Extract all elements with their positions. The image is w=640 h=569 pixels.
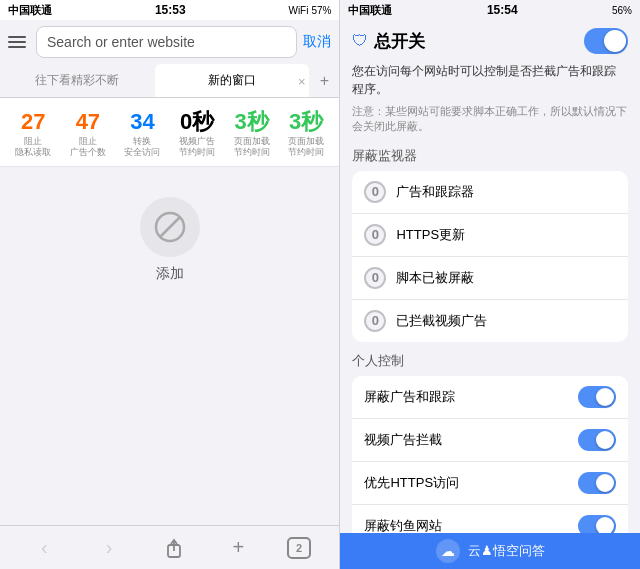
stat-item-3: 0秒 视频广告节约时间 (172, 110, 223, 158)
stat-label-1: 阻止广告个数 (70, 136, 106, 158)
stat-number-5: 3秒 (289, 110, 323, 134)
stat-item-2: 34 转换安全访问 (117, 110, 168, 158)
carrier-right: 中国联通 (348, 3, 392, 18)
add-label: 添加 (156, 265, 184, 283)
stat-label-0: 阻止隐私读取 (15, 136, 51, 158)
add-site-icon[interactable] (140, 197, 200, 257)
control-label-2: 优先HTTPS访问 (364, 474, 578, 492)
blocker-label-3: 已拦截视频广告 (396, 312, 487, 330)
shield-icon: 🛡 (352, 32, 368, 50)
stat-item-1: 47 阻止广告个数 (63, 110, 114, 158)
plus-icon: + (233, 536, 245, 559)
blocker-count-2: 0 (364, 267, 386, 289)
new-page-button[interactable]: + (222, 532, 254, 564)
bottom-banner[interactable]: ☁ 云♟悟空问答 (340, 533, 640, 569)
control-card: 屏蔽广告和跟踪 视频广告拦截 优先HTTPS访问 屏蔽钓鱼网站 (352, 376, 628, 533)
tab-item-0[interactable]: 往下看精彩不断 (0, 64, 155, 97)
hamburger-button[interactable] (8, 31, 30, 53)
blocker-count-0: 0 (364, 181, 386, 203)
new-tab-icon: + (320, 72, 329, 90)
back-button[interactable]: ‹ (28, 532, 60, 564)
forward-icon: › (106, 536, 113, 559)
control-row-0: 屏蔽广告和跟踪 (352, 376, 628, 419)
toggle-knob-1 (596, 431, 614, 449)
close-tab-icon[interactable]: × (298, 73, 306, 88)
search-bar[interactable]: Search or enter website (36, 26, 297, 58)
control-row-1: 视频广告拦截 (352, 419, 628, 462)
control-label-3: 屏蔽钓鱼网站 (364, 517, 578, 533)
stat-item-0: 27 阻止隐私读取 (8, 110, 59, 158)
right-panel: 中国联通 15:54 56% 🛡 总开关 您在访问每个网站时可以控制是否拦截广告… (340, 0, 640, 569)
tab-count: 2 (296, 542, 302, 554)
stat-label-3: 视频广告节约时间 (179, 136, 215, 158)
stat-label-5: 页面加载节约时间 (288, 136, 324, 158)
icons-left: WiFi 57% (288, 5, 331, 16)
bottom-nav: ‹ › + 2 (0, 525, 339, 569)
blocker-count-1: 0 (364, 224, 386, 246)
master-toggle-knob (604, 30, 626, 52)
time-left: 15:53 (155, 3, 186, 17)
blocker-label-2: 脚本已被屏蔽 (396, 269, 474, 287)
svg-line-1 (160, 217, 180, 237)
control-label-1: 视频广告拦截 (364, 431, 578, 449)
blocker-section-title: 屏蔽监视器 (352, 147, 628, 165)
control-section-title: 个人控制 (352, 352, 628, 370)
cloud-icon: ☁ (436, 539, 460, 563)
stats-area: 27 阻止隐私读取 47 阻止广告个数 34 转换安全访问 0秒 视频广告节约时… (0, 98, 339, 167)
stat-number-4: 3秒 (234, 110, 268, 134)
carrier-left: 中国联通 (8, 3, 52, 18)
description-text: 您在访问每个网站时可以控制是否拦截广告和跟踪程序。 (352, 62, 628, 98)
stat-number-0: 27 (21, 110, 45, 134)
blocker-row-2: 0 脚本已被屏蔽 (352, 257, 628, 300)
tab-bar: 往下看精彩不断 新的窗口 × + (0, 64, 339, 98)
stat-number-3: 0秒 (180, 110, 214, 134)
cancel-button[interactable]: 取消 (303, 33, 331, 51)
share-icon (164, 537, 184, 559)
battery-right: 56% (612, 5, 632, 16)
toggle-knob-0 (596, 388, 614, 406)
control-toggle-1[interactable] (578, 429, 616, 451)
icons-right: 56% (612, 5, 632, 16)
right-header: 🛡 总开关 (340, 20, 640, 62)
tab-label-1: 新的窗口 (208, 73, 256, 87)
note-text: 注意：某些网站可能要求脚本正确工作，所以默认情况下会关闭此屏蔽。 (352, 104, 628, 135)
blocker-label-1: HTTPS更新 (396, 226, 465, 244)
search-text: Search or enter website (47, 34, 195, 50)
forward-button[interactable]: › (93, 532, 125, 564)
browser-toolbar: Search or enter website 取消 (0, 20, 339, 64)
blocker-count-3: 0 (364, 310, 386, 332)
blocker-card: 0 广告和跟踪器 0 HTTPS更新 0 脚本已被屏蔽 0 已拦截视频广告 (352, 171, 628, 342)
control-row-3: 屏蔽钓鱼网站 (352, 505, 628, 533)
stat-item-4: 3秒 页面加载节约时间 (226, 110, 277, 158)
blocker-row-0: 0 广告和跟踪器 (352, 171, 628, 214)
content-area: 添加 (0, 167, 339, 525)
tab-item-1[interactable]: 新的窗口 × (155, 64, 310, 97)
stat-number-2: 34 (130, 110, 154, 134)
no-site-icon (152, 209, 188, 245)
control-label-0: 屏蔽广告和跟踪 (364, 388, 578, 406)
stat-label-2: 转换安全访问 (124, 136, 160, 158)
blocker-row-3: 0 已拦截视频广告 (352, 300, 628, 342)
new-tab-button[interactable]: + (309, 64, 339, 97)
wifi-icon: WiFi (288, 5, 308, 16)
tab-count-badge[interactable]: 2 (287, 537, 311, 559)
back-icon: ‹ (41, 536, 48, 559)
banner-text: 云♟悟空问答 (468, 542, 545, 560)
battery-left: 57% (311, 5, 331, 16)
status-bar-left: 中国联通 15:53 WiFi 57% (0, 0, 339, 20)
master-toggle[interactable] (584, 28, 628, 54)
status-bar-right: 中国联通 15:54 56% (340, 0, 640, 20)
time-right: 15:54 (487, 3, 518, 17)
stat-label-4: 页面加载节约时间 (234, 136, 270, 158)
control-toggle-3[interactable] (578, 515, 616, 533)
control-toggle-0[interactable] (578, 386, 616, 408)
toggle-knob-3 (596, 517, 614, 533)
toggle-knob-2 (596, 474, 614, 492)
share-button[interactable] (158, 532, 190, 564)
control-toggle-2[interactable] (578, 472, 616, 494)
blocker-label-0: 广告和跟踪器 (396, 183, 474, 201)
tab-label-0: 往下看精彩不断 (35, 73, 119, 87)
left-panel: 中国联通 15:53 WiFi 57% Search or enter webs… (0, 0, 339, 569)
stat-number-1: 47 (76, 110, 100, 134)
blocker-row-1: 0 HTTPS更新 (352, 214, 628, 257)
